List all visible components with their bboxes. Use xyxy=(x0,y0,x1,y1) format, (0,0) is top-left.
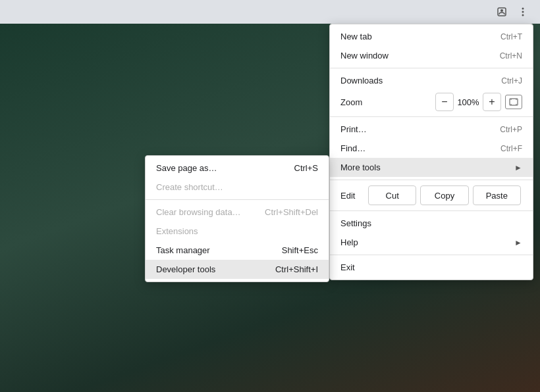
menu-item-downloads-shortcut: Ctrl+J xyxy=(501,76,522,86)
menu-item-find-label: Find… xyxy=(340,143,365,153)
menu-item-more-tools-label: More tools xyxy=(340,162,381,172)
copy-label: Copy xyxy=(435,191,454,201)
submenu-create-shortcut-label: Create shortcut… xyxy=(156,182,223,192)
menu-item-downloads-label: Downloads xyxy=(340,76,383,86)
menu-item-help-label: Help xyxy=(340,237,358,247)
edit-label: Edit xyxy=(340,191,360,201)
browser-chrome xyxy=(0,0,540,24)
divider-2 xyxy=(330,116,533,117)
submenu-task-manager[interactable]: Task manager Shift+Esc xyxy=(146,241,329,260)
submenu-clear-browsing-shortcut: Ctrl+Shift+Del xyxy=(265,207,318,217)
copy-button[interactable]: Copy xyxy=(420,185,468,205)
submenu-clear-browsing-label: Clear browsing data… xyxy=(156,207,241,217)
menu-item-new-window-label: New window xyxy=(340,51,389,61)
more-tools-submenu: Save page as… Ctrl+S Create shortcut… Cl… xyxy=(145,155,329,282)
menu-item-print-shortcut: Ctrl+P xyxy=(500,125,522,134)
menu-item-help[interactable]: Help ► xyxy=(330,233,533,252)
cut-button[interactable]: Cut xyxy=(368,185,416,205)
menu-item-find-shortcut: Ctrl+F xyxy=(500,144,522,153)
svg-point-4 xyxy=(522,14,524,16)
menu-item-exit-label: Exit xyxy=(340,262,355,272)
submenu-developer-tools[interactable]: Developer tools Ctrl+Shift+I xyxy=(146,260,329,279)
menu-item-new-window-shortcut: Ctrl+N xyxy=(500,51,522,61)
submenu-save-page-label: Save page as… xyxy=(156,163,217,173)
menu-item-find[interactable]: Find… Ctrl+F xyxy=(330,139,533,158)
submenu-create-shortcut: Create shortcut… xyxy=(146,178,329,197)
menu-icon-button[interactable] xyxy=(514,4,532,20)
menu-item-print[interactable]: Print… Ctrl+P xyxy=(330,120,533,139)
divider-4 xyxy=(330,210,533,211)
submenu-extensions: Extensions xyxy=(146,222,329,241)
zoom-minus-button[interactable]: − xyxy=(435,93,454,111)
divider-1 xyxy=(330,68,533,68)
menu-item-new-window[interactable]: New window Ctrl+N xyxy=(330,46,533,65)
paste-button[interactable]: Paste xyxy=(473,185,521,205)
submenu-save-page-shortcut: Ctrl+S xyxy=(294,163,318,173)
submenu-extensions-label: Extensions xyxy=(156,226,198,236)
submenu-developer-tools-shortcut: Ctrl+Shift+I xyxy=(275,264,318,274)
zoom-value: 100% xyxy=(455,97,481,107)
main-dropdown-menu: New tab Ctrl+T New window Ctrl+N Downloa… xyxy=(329,24,533,280)
svg-point-2 xyxy=(522,8,524,10)
menu-item-more-tools[interactable]: More tools ► xyxy=(330,158,533,177)
divider-5 xyxy=(330,255,533,255)
help-arrow-icon: ► xyxy=(514,238,522,247)
menu-item-settings-label: Settings xyxy=(340,218,371,228)
paste-label: Paste xyxy=(486,191,508,201)
submenu-clear-browsing: Clear browsing data… Ctrl+Shift+Del xyxy=(146,203,329,222)
cut-label: Cut xyxy=(386,191,399,201)
profile-icon-button[interactable] xyxy=(493,4,511,20)
submenu-save-page[interactable]: Save page as… Ctrl+S xyxy=(146,159,329,178)
menu-item-settings[interactable]: Settings xyxy=(330,214,533,233)
zoom-label: Zoom xyxy=(340,97,434,107)
submenu-task-manager-label: Task manager xyxy=(156,245,210,255)
svg-point-1 xyxy=(500,9,503,12)
menu-item-downloads[interactable]: Downloads Ctrl+J xyxy=(330,71,533,90)
divider-3 xyxy=(330,180,533,180)
menu-item-exit[interactable]: Exit xyxy=(330,258,533,277)
zoom-fullscreen-button[interactable] xyxy=(505,95,522,109)
zoom-plus-button[interactable]: + xyxy=(483,93,501,111)
edit-row: Edit Cut Copy Paste xyxy=(330,183,533,208)
menu-item-new-tab-label: New tab xyxy=(340,32,372,41)
menu-item-new-tab-shortcut: Ctrl+T xyxy=(500,32,522,41)
menu-item-new-tab[interactable]: New tab Ctrl+T xyxy=(330,27,533,46)
zoom-row: Zoom − 100% + xyxy=(330,90,533,114)
more-tools-arrow-icon: ► xyxy=(514,163,522,172)
menu-item-print-label: Print… xyxy=(340,124,367,134)
submenu-developer-tools-label: Developer tools xyxy=(156,264,215,274)
submenu-task-manager-shortcut: Shift+Esc xyxy=(282,245,318,255)
submenu-divider-1 xyxy=(146,199,329,200)
browser-toolbar-icons xyxy=(493,4,532,20)
svg-point-3 xyxy=(522,11,524,13)
